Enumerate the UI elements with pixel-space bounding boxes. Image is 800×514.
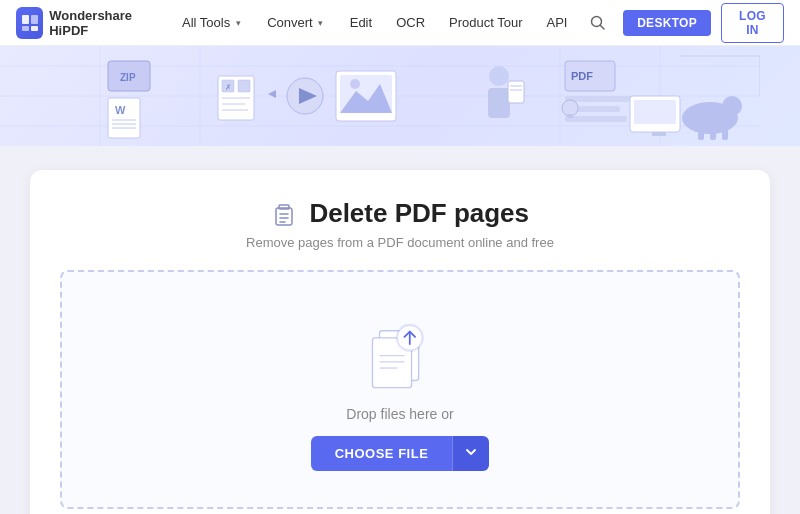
svg-rect-36 (508, 81, 524, 103)
svg-point-33 (350, 79, 360, 89)
svg-rect-48 (565, 116, 627, 122)
svg-text:✗: ✗ (225, 83, 232, 92)
search-icon[interactable] (585, 8, 611, 38)
logo-icon (16, 7, 43, 39)
svg-line-5 (601, 25, 605, 29)
svg-rect-57 (279, 205, 289, 209)
svg-text:ZIP: ZIP (120, 72, 136, 83)
delete-pages-icon (271, 201, 297, 227)
main-card: Delete PDF pages Remove pages from a PDF… (30, 170, 770, 514)
chevron-down-icon (465, 446, 477, 458)
logo-text: Wondershare HiPDF (49, 8, 156, 38)
drop-text: Drop files here or (346, 406, 453, 422)
all-tools-chevron-icon: ▾ (233, 18, 243, 28)
svg-text:W: W (115, 104, 126, 116)
svg-rect-3 (31, 26, 38, 31)
choose-file-dropdown-button[interactable] (452, 436, 489, 471)
svg-rect-2 (22, 26, 29, 31)
page-title-area: Delete PDF pages Remove pages from a PDF… (60, 198, 740, 250)
nav-ocr[interactable]: OCR (386, 0, 435, 46)
svg-point-34 (489, 66, 509, 86)
svg-rect-23 (238, 80, 250, 92)
nav-convert[interactable]: Convert ▾ (257, 0, 336, 46)
navbar: Wondershare HiPDF All Tools ▾ Convert ▾ … (0, 0, 800, 46)
nav-edit[interactable]: Edit (340, 0, 382, 46)
upload-illustration (360, 312, 440, 392)
svg-rect-42 (710, 128, 716, 140)
svg-rect-1 (31, 15, 38, 24)
desktop-button[interactable]: DESKTOP (623, 10, 711, 36)
svg-point-40 (722, 96, 742, 116)
svg-rect-43 (722, 128, 728, 140)
choose-file-group[interactable]: CHOOSE FILE (311, 436, 490, 471)
svg-rect-51 (652, 132, 666, 136)
logo[interactable]: Wondershare HiPDF (16, 7, 156, 39)
svg-marker-27 (268, 90, 276, 98)
choose-file-button[interactable]: CHOOSE FILE (311, 436, 453, 471)
svg-rect-0 (22, 15, 29, 24)
svg-rect-50 (634, 100, 676, 124)
convert-chevron-icon: ▾ (316, 18, 326, 28)
svg-point-52 (562, 100, 578, 116)
page-subtitle: Remove pages from a PDF document online … (60, 235, 740, 250)
nav-product-tour[interactable]: Product Tour (439, 0, 532, 46)
svg-rect-41 (698, 126, 704, 140)
hero-banner: ZIP W ✗ (0, 46, 800, 146)
login-button[interactable]: LOG IN (721, 3, 784, 43)
drop-zone[interactable]: Drop files here or CHOOSE FILE (60, 270, 740, 509)
svg-text:PDF: PDF (571, 70, 593, 82)
nav-api[interactable]: API (536, 0, 577, 46)
nav-all-tools[interactable]: All Tools ▾ (172, 0, 253, 46)
svg-rect-46 (565, 96, 635, 102)
page-title: Delete PDF pages (309, 198, 529, 228)
svg-rect-53 (567, 114, 573, 118)
svg-rect-35 (488, 88, 510, 118)
main-content: Delete PDF pages Remove pages from a PDF… (0, 146, 800, 514)
